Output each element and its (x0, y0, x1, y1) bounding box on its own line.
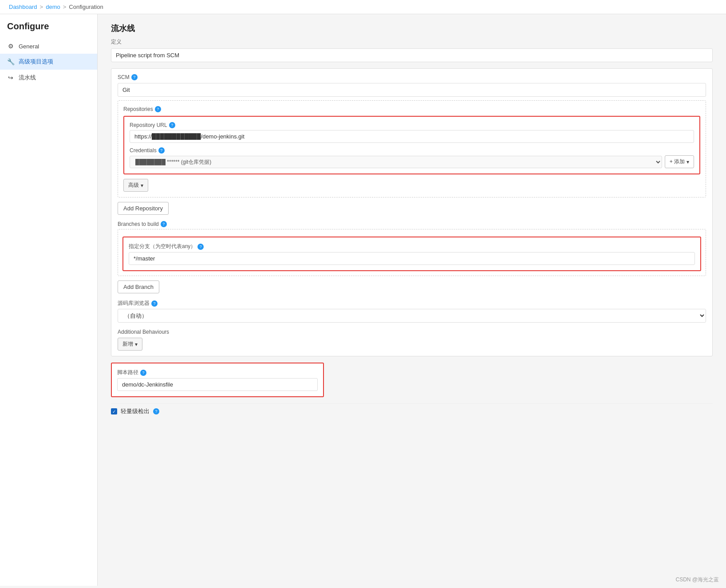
repo-url-help-icon[interactable]: ? (169, 122, 175, 128)
main-content: 流水线 定义 SCM ? Git Repositories ? (98, 14, 726, 586)
branch-spec-help-icon[interactable]: ? (197, 244, 204, 250)
advanced-chevron (141, 182, 143, 189)
new-btn-chevron (135, 341, 138, 347)
new-behaviour-button[interactable]: 新增 (118, 338, 142, 351)
branch-spec-label: 指定分支（为空时代表any） ? (129, 243, 695, 250)
breadcrumb-sep2: > (63, 4, 67, 10)
sidebar-item-general[interactable]: ⚙ General (0, 39, 97, 54)
scm-browser-section: 源码库浏览器 ? （自动） (118, 300, 706, 323)
branches-help-icon[interactable]: ? (161, 221, 167, 227)
branch-spec-input[interactable] (129, 252, 695, 265)
script-path-help-icon[interactable]: ? (140, 370, 146, 376)
scm-browser-help-icon[interactable]: ? (151, 300, 158, 307)
sidebar-item-label-advanced: 高级项目选项 (19, 58, 53, 66)
definition-input[interactable] (111, 49, 712, 62)
breadcrumb-dashboard[interactable]: Dashboard (9, 4, 37, 10)
sidebar-item-label-general: General (19, 43, 39, 50)
credentials-help-icon[interactable]: ? (158, 147, 165, 154)
lightweight-checkbox[interactable] (111, 408, 117, 414)
add-repository-label: Add Repository (123, 205, 163, 212)
wrench-icon: 🔧 (7, 58, 14, 65)
script-path-input[interactable] (117, 378, 318, 391)
lightweight-checkout-row: 轻量级检出 ? (111, 403, 713, 419)
footer-brand: CSDN @海光之蓝 (675, 576, 719, 584)
breadcrumb: Dashboard > demo > Configuration (0, 0, 726, 14)
new-btn-label: 新增 (122, 340, 133, 348)
branches-section: Branches to build ? 指定分支（为空时代表any） ? Add… (118, 221, 706, 293)
add-credentials-label: + 添加 (670, 158, 685, 166)
scm-help-icon[interactable]: ? (131, 74, 138, 80)
branches-label: Branches to build ? (118, 221, 706, 227)
add-repository-button[interactable]: Add Repository (118, 202, 169, 215)
scm-value-box: Git (118, 83, 706, 97)
additional-behaviours-label: Additional Behaviours (118, 329, 706, 335)
repo-url-label: Repository URL ? (130, 122, 694, 128)
scm-label: SCM ? (118, 74, 706, 80)
breadcrumb-sep1: > (40, 4, 43, 10)
additional-behaviours-section: Additional Behaviours 新增 (118, 329, 706, 351)
scm-browser-label: 源码库浏览器 ? (118, 300, 706, 307)
advanced-btn-label: 高级 (128, 182, 139, 189)
advanced-button[interactable]: 高级 (123, 179, 148, 192)
sidebar-item-label-pipeline: 流水线 (19, 74, 36, 82)
gear-icon: ⚙ (7, 43, 14, 50)
pipeline-section-title: 流水线 (111, 23, 713, 34)
add-branch-label: Add Branch (123, 284, 154, 290)
scm-browser-select[interactable]: （自动） (118, 309, 706, 322)
script-path-section: 脚本路径 ? (111, 363, 324, 397)
definition-field (111, 48, 713, 62)
breadcrumb-current: Configuration (69, 4, 103, 10)
lightweight-label: 轻量级检出 (121, 407, 150, 415)
credentials-label: Credentials ? (130, 147, 694, 154)
branch-box: 指定分支（为空时代表any） ? (122, 237, 701, 271)
definition-label: 定义 (111, 38, 713, 46)
credentials-select[interactable]: ████████ ****** (git仓库凭据) (130, 156, 662, 168)
scm-browser-box: （自动） (118, 309, 706, 323)
script-path-label: 脚本路径 ? (117, 369, 318, 376)
scm-value: Git (118, 83, 706, 96)
sidebar-title: Configure (0, 21, 97, 39)
pipeline-icon: ↪ (7, 74, 14, 81)
add-credentials-button[interactable]: + 添加 (665, 155, 694, 168)
lightweight-help-icon[interactable]: ? (153, 408, 159, 414)
repositories-help-icon[interactable]: ? (155, 106, 161, 112)
repository-box: Repository URL ? Credentials ? ████████ … (123, 116, 700, 174)
add-branch-button[interactable]: Add Branch (118, 280, 159, 293)
breadcrumb-demo[interactable]: demo (46, 4, 60, 10)
scm-section: SCM ? Git Repositories ? Repository URL … (111, 68, 713, 356)
credentials-row: ████████ ****** (git仓库凭据) + 添加 (130, 155, 694, 168)
repo-url-input[interactable] (130, 130, 694, 143)
add-credentials-chevron (687, 159, 689, 165)
sidebar: Configure ⚙ General 🔧 高级项目选项 ↪ 流水线 (0, 14, 98, 586)
sidebar-item-pipeline[interactable]: ↪ 流水线 (0, 70, 97, 86)
repositories-label: Repositories ? (123, 106, 700, 112)
sidebar-item-advanced[interactable]: 🔧 高级项目选项 (0, 54, 97, 70)
repositories-section: Repositories ? Repository URL ? Credenti… (118, 100, 706, 197)
